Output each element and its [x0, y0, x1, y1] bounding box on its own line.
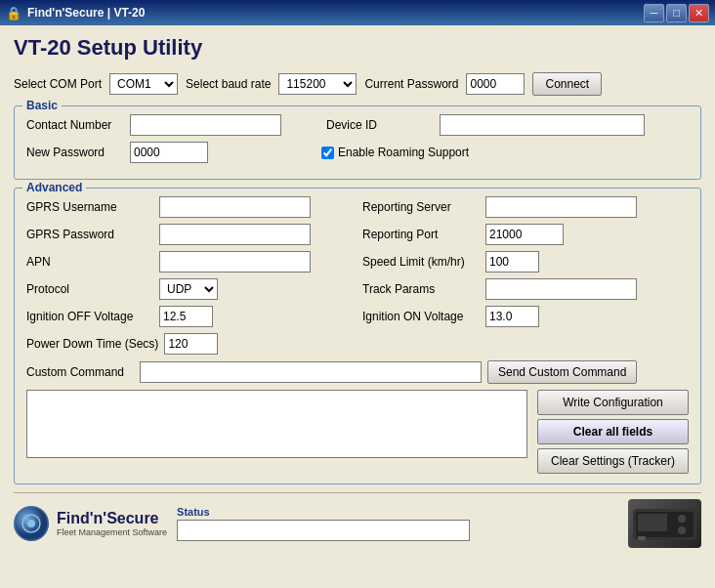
- speed-limit-input[interactable]: [485, 251, 539, 273]
- send-command-button[interactable]: Send Custom Command: [487, 360, 637, 384]
- device-id-label: Device ID: [326, 118, 434, 132]
- baud-rate-label: Select baud rate: [186, 77, 271, 91]
- reporting-port-label: Reporting Port: [362, 228, 480, 241]
- clear-all-button[interactable]: Clear all fields: [537, 419, 689, 444]
- svg-rect-5: [638, 514, 667, 531]
- output-area[interactable]: [26, 390, 527, 458]
- roaming-label: Enable Roaming Support: [338, 146, 469, 159]
- adv-left-col: GPRS Username GPRS Password APN Protocol…: [26, 196, 353, 357]
- gprs-username-label: GPRS Username: [26, 200, 153, 214]
- toolbar-row: Select COM Port COM1 Select baud rate 11…: [14, 72, 701, 96]
- ignition-on-label: Ignition ON Voltage: [362, 310, 480, 323]
- roaming-checkbox[interactable]: [321, 147, 334, 159]
- reporting-port-input[interactable]: [485, 224, 564, 245]
- gprs-password-input[interactable]: [159, 224, 311, 245]
- basic-row-1: Contact Number Device ID: [26, 114, 689, 136]
- title-bar-icon: 🔒: [6, 6, 21, 21]
- basic-group-title: Basic: [22, 99, 62, 112]
- custom-command-input[interactable]: [140, 361, 482, 383]
- track-params-row: Track Params: [362, 278, 689, 300]
- adv-right-col: Reporting Server Reporting Port Speed Li…: [362, 196, 689, 357]
- track-params-input[interactable]: [485, 278, 637, 300]
- advanced-grid: GPRS Username GPRS Password APN Protocol…: [26, 196, 689, 357]
- device-id-input[interactable]: [440, 114, 645, 136]
- com-port-label: Select COM Port: [14, 77, 102, 91]
- baud-rate-select[interactable]: 115200: [278, 73, 357, 95]
- speed-limit-label: Speed Limit (km/hr): [362, 255, 480, 269]
- com-port-select[interactable]: COM1: [109, 73, 178, 95]
- current-password-input[interactable]: [466, 73, 525, 95]
- advanced-group: Advanced GPRS Username GPRS Password APN…: [14, 188, 701, 484]
- speed-limit-row: Speed Limit (km/hr): [362, 251, 689, 273]
- power-down-label: Power Down Time (Secs): [26, 337, 158, 351]
- brand-name: Find'n'Secure: [57, 509, 167, 527]
- new-password-label: New Password: [26, 146, 124, 159]
- logo-icon: [14, 506, 49, 541]
- basic-group: Basic Contact Number Device ID New Passw…: [14, 105, 701, 180]
- main-window: VT-20 Setup Utility Select COM Port COM1…: [0, 25, 715, 588]
- contact-number-label: Contact Number: [26, 118, 124, 132]
- device-image: [628, 499, 701, 548]
- title-bar: 🔒 Find'n'Secure | VT-20 ─ □ ✕: [0, 0, 715, 25]
- svg-point-7: [678, 526, 686, 534]
- write-config-button[interactable]: Write Configuration: [537, 390, 689, 415]
- title-bar-text: Find'n'Secure | VT-20: [27, 6, 145, 20]
- status-section: Status: [177, 506, 470, 541]
- protocol-select[interactable]: UDP TCP: [159, 278, 218, 300]
- svg-point-2: [27, 520, 35, 527]
- gprs-username-row: GPRS Username: [26, 196, 353, 218]
- apn-label: APN: [26, 255, 153, 269]
- ignition-off-input[interactable]: [159, 306, 213, 327]
- clear-settings-button[interactable]: Clear Settings (Tracker): [537, 448, 689, 474]
- track-params-label: Track Params: [362, 282, 480, 296]
- gprs-password-label: GPRS Password: [26, 228, 153, 241]
- footer-logo: Find'n'Secure Fleet Management Software: [14, 506, 167, 541]
- status-input: [177, 520, 470, 541]
- contact-number-input[interactable]: [130, 114, 281, 136]
- ignition-off-label: Ignition OFF Voltage: [26, 310, 153, 323]
- ignition-off-row: Ignition OFF Voltage: [26, 306, 353, 327]
- footer: Find'n'Secure Fleet Management Software …: [14, 492, 701, 548]
- apn-row: APN: [26, 251, 353, 273]
- status-label: Status: [177, 506, 470, 518]
- power-down-row: Power Down Time (Secs): [26, 333, 353, 355]
- window-controls: ─ □ ✕: [644, 4, 709, 22]
- device-image-container: [628, 499, 701, 548]
- apn-input[interactable]: [159, 251, 311, 273]
- close-button[interactable]: ✕: [689, 4, 709, 22]
- gprs-password-row: GPRS Password: [26, 224, 353, 245]
- current-password-label: Current Password: [364, 77, 458, 91]
- reporting-server-label: Reporting Server: [362, 200, 480, 214]
- svg-rect-8: [638, 536, 646, 540]
- svg-point-6: [678, 515, 686, 523]
- gprs-username-input[interactable]: [159, 196, 311, 218]
- custom-command-label: Custom Command: [26, 365, 134, 379]
- new-password-input[interactable]: [130, 142, 208, 163]
- power-down-input[interactable]: [164, 333, 218, 355]
- protocol-row: Protocol UDP TCP: [26, 278, 353, 300]
- page-title: VT-20 Setup Utility: [14, 35, 701, 61]
- ignition-on-row: Ignition ON Voltage: [362, 306, 689, 327]
- brand-sub: Fleet Management Software: [57, 527, 167, 538]
- reporting-port-row: Reporting Port: [362, 224, 689, 245]
- reporting-server-input[interactable]: [485, 196, 637, 218]
- protocol-label: Protocol: [26, 282, 153, 296]
- ignition-on-input[interactable]: [485, 306, 539, 327]
- minimize-button[interactable]: ─: [644, 4, 664, 22]
- custom-command-row: Custom Command Send Custom Command: [26, 360, 689, 384]
- basic-row-2: New Password Enable Roaming Support: [26, 142, 689, 163]
- bottom-section: Write Configuration Clear all fields Cle…: [26, 390, 689, 474]
- maximize-button[interactable]: □: [666, 4, 687, 22]
- logo-text-block: Find'n'Secure Fleet Management Software: [57, 509, 167, 538]
- reporting-server-row: Reporting Server: [362, 196, 689, 218]
- advanced-group-title: Advanced: [22, 181, 86, 194]
- connect-button[interactable]: Connect: [532, 72, 602, 96]
- action-buttons: Write Configuration Clear all fields Cle…: [537, 390, 689, 474]
